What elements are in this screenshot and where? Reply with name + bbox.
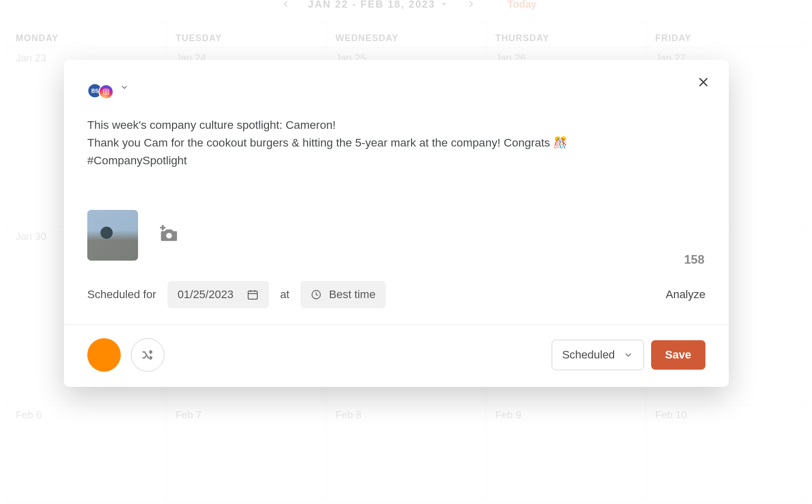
compose-modal: B BS This week's company culture spotlig…	[64, 60, 729, 387]
svg-marker-0	[442, 3, 446, 6]
at-label: at	[280, 288, 289, 301]
date-range-text: JAN 22 - FEB 18, 2023	[308, 0, 435, 10]
scheduled-for-label: Scheduled for	[87, 288, 156, 301]
day-header: WEDNESDAY	[326, 23, 486, 48]
color-tag-button[interactable]	[87, 338, 121, 372]
date-picker[interactable]: 01/25/2023	[167, 281, 269, 308]
day-header: FRIDAY	[646, 23, 805, 48]
character-count: 158	[684, 253, 704, 267]
svg-point-5	[108, 90, 108, 90]
camera-plus-icon	[158, 224, 180, 245]
day-header: THURSDAY	[486, 23, 646, 48]
status-dropdown[interactable]: Scheduled	[552, 340, 644, 370]
post-textarea[interactable]: This week's company culture spotlight: C…	[87, 117, 705, 193]
day-header: TUESDAY	[166, 23, 326, 48]
date-range-label[interactable]: JAN 22 - FEB 18, 2023	[308, 0, 449, 10]
calendar-icon	[247, 289, 259, 301]
svg-rect-8	[162, 225, 164, 231]
shuffle-button[interactable]	[131, 338, 164, 372]
save-button[interactable]: Save	[651, 340, 705, 370]
instagram-icon	[98, 84, 114, 99]
chevron-down-icon	[120, 83, 129, 94]
next-period-button[interactable]	[461, 0, 481, 14]
close-button[interactable]	[693, 72, 714, 92]
time-value: Best time	[329, 288, 376, 301]
calendar-cell[interactable]: Feb 10	[646, 405, 805, 504]
calendar-cell[interactable]: Feb 9	[486, 405, 646, 504]
clock-icon	[311, 289, 322, 300]
calendar-toolbar: JAN 22 - FEB 18, 2023 Today	[0, 0, 812, 14]
analyze-link[interactable]: Analyze	[666, 288, 705, 301]
svg-point-4	[105, 91, 108, 93]
status-label: Scheduled	[562, 348, 615, 362]
today-link[interactable]: Today	[507, 0, 536, 10]
chevron-down-icon	[439, 0, 449, 9]
account-icons: B BS	[87, 78, 111, 98]
calendar-cell[interactable]: Feb 7	[166, 405, 326, 504]
svg-rect-9	[248, 291, 257, 299]
date-value: 01/25/2023	[178, 288, 233, 301]
prev-period-button[interactable]	[276, 0, 296, 14]
add-media-button[interactable]	[158, 224, 181, 246]
media-thumbnail[interactable]	[87, 210, 138, 261]
chevron-down-icon	[623, 350, 633, 360]
svg-rect-3	[104, 89, 109, 95]
svg-point-6	[166, 233, 172, 238]
calendar-cell[interactable]: Feb 6	[7, 405, 166, 504]
account-selector[interactable]: B BS	[87, 78, 705, 98]
close-icon	[697, 76, 710, 89]
shuffle-icon	[141, 348, 155, 362]
day-header: MONDAY	[7, 23, 166, 48]
time-picker[interactable]: Best time	[300, 281, 386, 308]
calendar-cell[interactable]: Feb 8	[326, 405, 486, 504]
